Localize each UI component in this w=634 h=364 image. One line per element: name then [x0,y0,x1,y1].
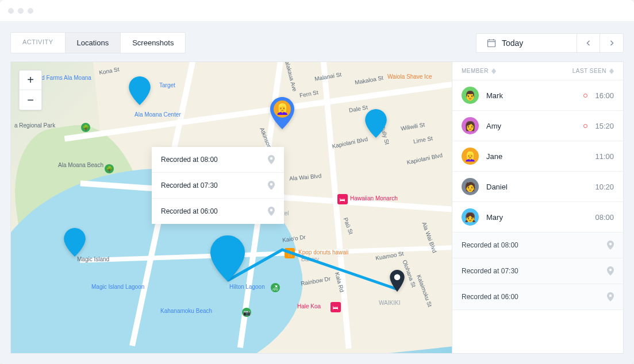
member-pin-jane[interactable]: 👱‍♀️ [270,97,295,129]
topbar: ACTIVITY Locations Screenshots Today [10,32,624,53]
location-pin[interactable] [365,109,387,138]
member-row[interactable]: 👨Mark16:00 [452,80,623,111]
column-lastseen[interactable]: LAST SEEN [572,68,614,74]
recording-popup: Recorded at 08:00 Recorded at 07:30 Reco… [152,147,284,224]
date-picker[interactable]: Today [477,34,577,52]
member-row[interactable]: 👩Amy15:20 [452,111,623,141]
date-label: Today [502,38,523,48]
location-pin[interactable] [64,228,86,257]
pin-icon [607,241,614,250]
recording-popup-item[interactable]: Recorded at 08:00 [152,147,284,173]
avatar-icon: 👱‍♀️ [462,148,479,165]
svg-rect-0 [488,40,495,47]
tab-screenshots[interactable]: Screenshots [121,33,185,53]
pin-icon [607,266,614,276]
column-label: LAST SEEN [572,68,606,74]
view-tabs: ACTIVITY Locations Screenshots [10,32,186,53]
recording-label: Recorded at 06:00 [462,293,518,301]
live-indicator-icon [583,124,587,128]
recording-label: Recorded at 07:30 [161,181,218,189]
svg-point-8 [609,243,612,245]
avatar-icon: 👩 [462,117,479,134]
avatar-icon: 🧑 [462,178,479,195]
member-name: Amy [486,122,576,130]
window-dot [8,8,14,14]
date-prev-button[interactable] [577,34,600,52]
column-member[interactable]: MEMBER [462,68,496,74]
member-time: 16:00 [595,91,614,100]
avatar-icon: 👱‍♀️ [274,100,291,118]
recording-popup-item[interactable]: Recorded at 07:30 [152,173,284,199]
destination-pin[interactable] [390,270,405,292]
pin-icon [607,292,614,301]
zoom-out-button[interactable]: − [20,90,41,110]
sort-icon [491,68,496,74]
location-pin-current[interactable] [210,235,245,281]
svg-point-5 [270,157,272,160]
svg-point-7 [270,209,272,211]
window-dot [28,8,33,14]
svg-point-4 [394,274,401,280]
avatar-icon: 👨 [462,87,479,104]
member-row[interactable]: 🧑Daniel10:20 [452,172,623,202]
sort-icon [609,68,614,74]
window-dot [18,8,24,14]
svg-point-6 [270,183,272,185]
svg-point-10 [609,295,612,297]
zoom-controls: + − [19,70,42,110]
recording-row[interactable]: Recorded at 08:00 [452,233,623,258]
member-time: 08:00 [595,213,614,222]
sidebar-header: MEMBER LAST SEEN [452,62,623,80]
svg-point-9 [609,269,612,271]
member-time: 11:00 [595,152,614,161]
recording-label: Recorded at 07:30 [462,267,518,275]
sidebar: MEMBER LAST SEEN 👨Mark16 [452,62,623,353]
member-name: Daniel [486,183,587,191]
zoom-in-button[interactable]: + [20,71,41,90]
recording-label: Recorded at 08:00 [161,156,218,164]
member-time: 10:20 [595,183,614,191]
member-name: Jane [486,152,587,161]
member-row[interactable]: 👧Mary08:00 [452,202,623,233]
date-next-button[interactable] [600,34,623,52]
sidebar-recording-list: Recorded at 08:00Recorded at 07:30Record… [452,233,623,310]
app-shell: ACTIVITY Locations Screenshots Today [0,22,634,364]
calendar-icon [487,38,496,48]
member-name: Mary [486,213,587,222]
member-name: Mark [486,91,576,100]
recording-label: Recorded at 08:00 [462,241,518,249]
column-label: MEMBER [462,68,489,74]
member-time: 15:20 [595,122,614,130]
pin-icon [268,155,275,164]
location-pin[interactable] [129,76,151,105]
chevron-left-icon [586,40,591,46]
recording-row[interactable]: Recorded at 07:30 [452,258,623,284]
recording-row[interactable]: Recorded at 06:00 [452,284,623,310]
content-area: + − Waiola Shave Ice Target Ala Moana Ce… [10,61,624,354]
live-indicator-icon [583,94,587,98]
browser-titlebar [0,0,634,22]
chevron-right-icon [609,40,614,46]
member-list: 👨Mark16:00👩Amy15:20👱‍♀️Jane11:00🧑Daniel1… [452,80,623,233]
avatar-icon: 👧 [462,208,479,226]
recording-label: Recorded at 06:00 [161,207,218,215]
tab-locations[interactable]: Locations [66,33,121,53]
map[interactable]: + − Waiola Shave Ice Target Ala Moana Ce… [11,62,452,353]
recording-popup-item[interactable]: Recorded at 06:00 [152,199,284,224]
pin-icon [268,181,275,190]
member-row[interactable]: 👱‍♀️Jane11:00 [452,141,623,172]
date-navigator: Today [476,33,624,53]
browser-frame: ACTIVITY Locations Screenshots Today [0,0,634,364]
pin-icon [268,207,275,216]
tab-activity[interactable]: ACTIVITY [11,33,66,53]
